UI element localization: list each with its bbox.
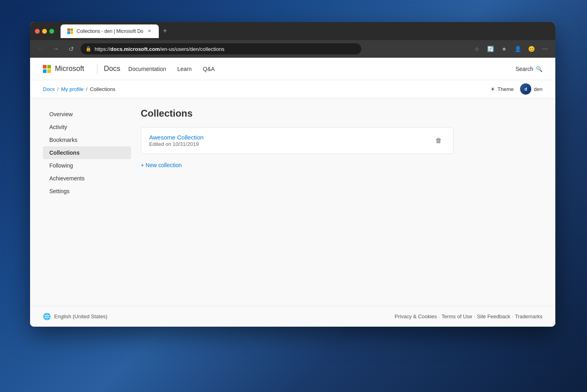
collection-delete-button[interactable]: 🗑 bbox=[432, 135, 445, 146]
ms-sq-blue bbox=[43, 69, 47, 73]
content-area: Collections Awesome Collection Edited on… bbox=[131, 108, 542, 296]
tab-area: Collections - den | Microsoft Do ✕ + bbox=[61, 24, 551, 38]
bookmark-star-button[interactable]: ☆ bbox=[471, 43, 482, 55]
active-tab[interactable]: Collections - den | Microsoft Do ✕ bbox=[61, 24, 159, 38]
sidebar-item-following[interactable]: Following bbox=[43, 159, 131, 172]
emoji-button[interactable]: 😊 bbox=[526, 43, 537, 55]
sidebar-item-bookmarks[interactable]: Bookmarks bbox=[43, 133, 131, 146]
address-bar: ← → ↺ 🔒 https://docs.microsoft.com/en-us… bbox=[30, 40, 555, 58]
microsoft-logo: Microsoft bbox=[43, 65, 84, 73]
url-domain: docs.microsoft.com bbox=[110, 46, 160, 52]
extensions-button[interactable]: 🔄 bbox=[485, 43, 496, 55]
theme-label: Theme bbox=[498, 86, 514, 92]
ms-sq-red bbox=[43, 65, 47, 69]
footer-links: Privacy & Cookies · Terms of Use · Site … bbox=[395, 313, 542, 319]
user-initials: d bbox=[524, 87, 527, 91]
page-title: Collections bbox=[141, 108, 533, 119]
theme-button[interactable]: ☀ Theme bbox=[490, 86, 514, 92]
breadcrumb-right: ☀ Theme d den bbox=[490, 83, 542, 95]
sidebar-item-settings[interactable]: Settings bbox=[43, 185, 131, 198]
sidebar-item-collections[interactable]: Collections bbox=[43, 146, 131, 159]
browser-window: Collections - den | Microsoft Do ✕ + ← →… bbox=[30, 22, 555, 327]
address-actions: ☆ 🔄 ★ 👤 😊 ⋯ bbox=[471, 43, 551, 55]
page-content: Microsoft Docs Documentation Learn Q&A S… bbox=[30, 58, 555, 327]
nav-divider bbox=[97, 64, 97, 74]
collection-card: Awesome Collection Edited on 10/31/2019 … bbox=[141, 127, 453, 154]
footer-link-trademarks[interactable]: Trademarks bbox=[515, 313, 542, 319]
maximize-window-button[interactable] bbox=[49, 29, 54, 34]
globe-icon: 🌐 bbox=[43, 313, 51, 320]
user-avatar: d bbox=[520, 83, 531, 95]
footer-language: English (United States) bbox=[54, 313, 107, 319]
breadcrumb-current: Collections bbox=[90, 86, 115, 92]
url-base: https:// bbox=[95, 46, 110, 52]
footer-link-terms[interactable]: Terms of Use bbox=[441, 313, 472, 319]
traffic-lights bbox=[35, 29, 54, 34]
refresh-button[interactable]: ↺ bbox=[65, 43, 77, 55]
sidebar-item-overview[interactable]: Overview bbox=[43, 108, 131, 121]
nav-link-learn[interactable]: Learn bbox=[172, 63, 196, 75]
breadcrumb-sep-1: / bbox=[57, 86, 59, 92]
new-collection-label: + New collection bbox=[141, 162, 182, 168]
lock-icon: 🔒 bbox=[85, 46, 91, 52]
back-button[interactable]: ← bbox=[35, 43, 46, 55]
tab-close-button[interactable]: ✕ bbox=[147, 28, 152, 34]
ms-sq-yellow bbox=[47, 69, 51, 73]
theme-icon: ☀ bbox=[490, 86, 495, 92]
minimize-window-button[interactable] bbox=[42, 29, 47, 34]
sidebar-item-achievements[interactable]: Achievements bbox=[43, 172, 131, 185]
microsoft-label: Microsoft bbox=[55, 65, 84, 73]
search-label: Search bbox=[516, 66, 533, 72]
breadcrumb-docs[interactable]: Docs bbox=[43, 86, 55, 92]
trash-icon: 🗑 bbox=[435, 137, 442, 144]
footer-link-privacy[interactable]: Privacy & Cookies bbox=[395, 313, 437, 319]
tab-title: Collections - den | Microsoft Do bbox=[77, 28, 144, 34]
nav-link-documentation[interactable]: Documentation bbox=[123, 63, 171, 75]
footer-sep-3: · bbox=[512, 313, 514, 319]
url-display: https://docs.microsoft.com/en-us/users/d… bbox=[95, 46, 225, 52]
search-icon: 🔍 bbox=[536, 66, 542, 72]
sidebar: Overview Activity Bookmarks Collections … bbox=[43, 108, 131, 296]
new-collection-button[interactable]: + New collection bbox=[141, 159, 182, 172]
profile-button[interactable]: 👤 bbox=[512, 43, 523, 55]
footer-link-feedback[interactable]: Site Feedback bbox=[477, 313, 510, 319]
top-nav: Microsoft Docs Documentation Learn Q&A S… bbox=[30, 58, 555, 80]
ms-sq-green bbox=[47, 65, 51, 69]
tab-favicon bbox=[67, 28, 73, 34]
nav-links: Documentation Learn Q&A bbox=[123, 63, 220, 75]
footer: 🌐 English (United States) Privacy & Cook… bbox=[30, 306, 555, 327]
favorites-button[interactable]: ★ bbox=[498, 43, 510, 55]
breadcrumb-my-profile[interactable]: My profile bbox=[61, 86, 83, 92]
collection-edited-date: Edited on 10/31/2019 bbox=[149, 141, 204, 147]
close-window-button[interactable] bbox=[35, 29, 40, 34]
sidebar-item-activity[interactable]: Activity bbox=[43, 121, 131, 133]
main-layout: Overview Activity Bookmarks Collections … bbox=[30, 98, 555, 306]
new-tab-button[interactable]: + bbox=[160, 26, 170, 36]
search-button[interactable]: Search 🔍 bbox=[516, 66, 542, 72]
collection-name-link[interactable]: Awesome Collection bbox=[149, 134, 204, 141]
user-area: d den bbox=[520, 83, 542, 95]
breadcrumb-bar: Docs / My profile / Collections ☀ Theme … bbox=[30, 80, 555, 98]
url-path: /en-us/users/den/collections bbox=[160, 46, 225, 52]
breadcrumb-sep-2: / bbox=[86, 86, 88, 92]
footer-sep-1: · bbox=[439, 313, 440, 319]
user-name-label[interactable]: den bbox=[534, 86, 542, 92]
title-bar: Collections - den | Microsoft Do ✕ + bbox=[30, 22, 555, 40]
docs-brand[interactable]: Docs bbox=[104, 65, 120, 73]
ms-logo-grid bbox=[43, 65, 51, 73]
settings-menu-button[interactable]: ⋯ bbox=[539, 43, 551, 55]
collection-info: Awesome Collection Edited on 10/31/2019 bbox=[149, 134, 204, 147]
nav-link-qa[interactable]: Q&A bbox=[198, 63, 220, 75]
footer-sep-2: · bbox=[474, 313, 476, 319]
forward-button[interactable]: → bbox=[50, 43, 61, 55]
url-bar[interactable]: 🔒 https://docs.microsoft.com/en-us/users… bbox=[81, 43, 361, 55]
footer-left: 🌐 English (United States) bbox=[43, 313, 107, 320]
